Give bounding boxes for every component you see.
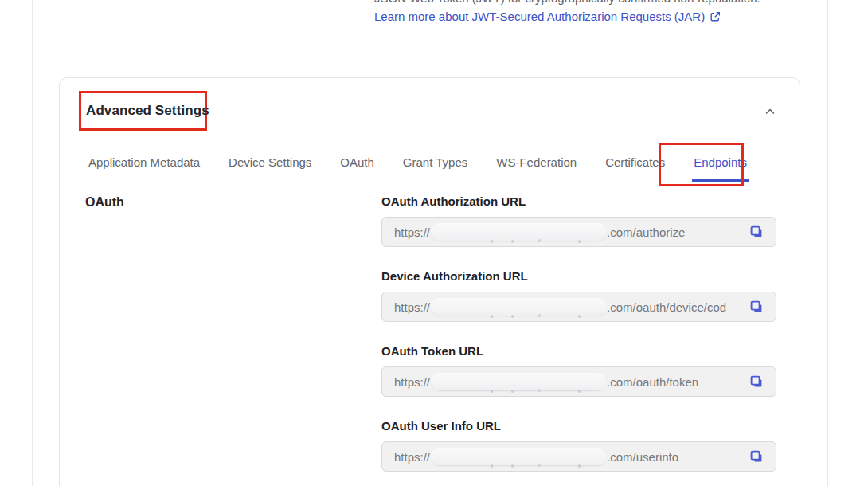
copy-icon — [749, 374, 764, 389]
url-prefix: https:// — [394, 300, 430, 314]
url-suffix: .com/authorize — [607, 225, 749, 239]
jar-learn-more-link[interactable]: Learn more about JWT-Secured Authorizari… — [374, 8, 705, 25]
field-label: OAuth Authorization URL — [381, 194, 776, 208]
url-prefix: https:// — [394, 225, 430, 239]
url-prefix: https:// — [394, 450, 430, 464]
collapse-section-button[interactable] — [760, 101, 780, 122]
tab-endpoints[interactable]: Endpoints — [692, 155, 749, 182]
copy-button[interactable] — [749, 449, 764, 464]
tab-certificates[interactable]: Certificates — [604, 155, 667, 182]
jar-description-text: JSON Web Token (JWT) for cryptographical… — [374, 0, 788, 6]
oauth-authorization-url-input[interactable]: https:// .com/authorize — [381, 217, 776, 247]
endpoint-fields: OAuth Authorization URL https:// .com/au… — [381, 194, 776, 486]
oauth-user-info-url-input[interactable]: https:// .com/userinfo — [381, 441, 776, 472]
tab-oauth[interactable]: OAuth — [338, 155, 376, 182]
tab-application-metadata[interactable]: Application Metadata — [87, 155, 201, 182]
external-link-icon — [710, 11, 721, 22]
field-label: OAuth User Info URL — [381, 419, 776, 433]
oauth-token-url-input[interactable]: https:// .com/oauth/token — [381, 366, 776, 397]
tab-device-settings[interactable]: Device Settings — [227, 155, 313, 182]
chevron-up-icon — [764, 105, 776, 118]
field-oauth-user-info-url: OAuth User Info URL https:// .com/userin… — [381, 419, 776, 472]
copy-button[interactable] — [749, 224, 764, 240]
copy-icon — [749, 300, 764, 314]
url-suffix: .com/oauth/token — [607, 375, 749, 389]
copy-icon — [749, 225, 764, 239]
field-label: OAuth Token URL — [381, 344, 776, 358]
settings-page: JSON Web Token (JWT) for cryptographical… — [0, 0, 868, 486]
url-prefix: https:// — [394, 375, 430, 389]
oauth-section-title: OAuth — [85, 195, 124, 210]
url-suffix: .com/oauth/device/cod — [607, 300, 749, 314]
redacted-domain — [431, 298, 606, 316]
advanced-settings-card: Advanced Settings Application Metadata D… — [59, 77, 800, 486]
annotation-box-advanced-settings: Advanced Settings — [79, 91, 207, 131]
redacted-domain — [431, 223, 606, 241]
copy-button[interactable] — [749, 299, 764, 315]
card-title: Advanced Settings — [86, 103, 209, 119]
device-authorization-url-input[interactable]: https:// .com/oauth/device/cod — [381, 292, 776, 322]
redacted-domain — [431, 373, 606, 390]
field-label: Device Authorization URL — [381, 269, 776, 283]
field-device-authorization-url: Device Authorization URL https:// .com/o… — [381, 269, 776, 322]
advanced-settings-tabs: Application Metadata Device Settings OAu… — [85, 155, 777, 182]
copy-button[interactable] — [749, 374, 764, 390]
field-oauth-authorization-url: OAuth Authorization URL https:// .com/au… — [381, 194, 776, 247]
url-suffix: .com/userinfo — [607, 450, 749, 464]
jar-intro-block: JSON Web Token (JWT) for cryptographical… — [374, 0, 788, 25]
field-oauth-token-url: OAuth Token URL https:// .com/oauth/toke… — [381, 344, 776, 397]
redacted-domain — [431, 448, 606, 465]
tab-grant-types[interactable]: Grant Types — [401, 155, 469, 182]
copy-icon — [749, 449, 764, 464]
tab-ws-federation[interactable]: WS-Federation — [495, 155, 578, 182]
